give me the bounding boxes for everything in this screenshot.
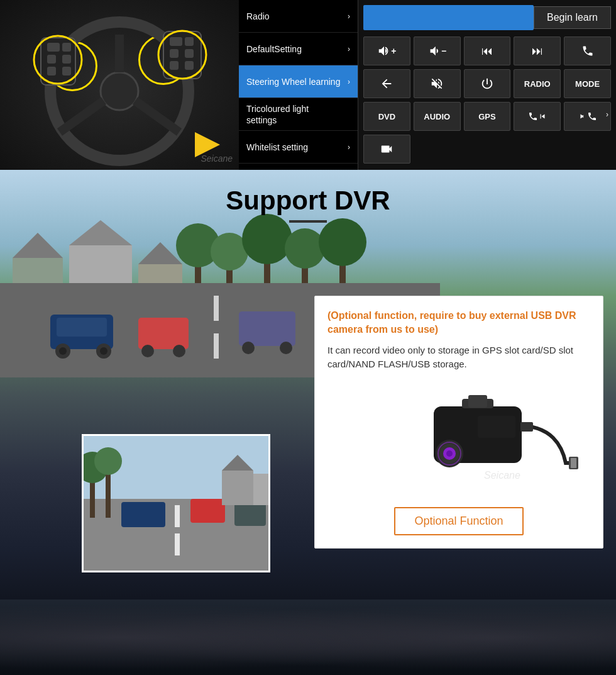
svg-marker-26 (138, 242, 182, 264)
svg-rect-66 (222, 471, 253, 505)
power-button[interactable] (464, 69, 511, 98)
steering-wheel-section: Seicane Radio › DefaultSetting › Steerin… (0, 0, 616, 170)
svg-point-34 (285, 228, 325, 269)
svg-rect-64 (190, 499, 225, 523)
svg-rect-12 (62, 67, 71, 75)
svg-rect-7 (47, 43, 60, 52)
gps-button[interactable]: GPS (464, 102, 511, 131)
svg-point-36 (319, 218, 366, 266)
volume-up-button[interactable]: + (363, 36, 410, 65)
menu-item-radio[interactable]: Radio › (239, 0, 358, 33)
svg-rect-11 (47, 67, 56, 75)
svg-rect-68 (253, 474, 270, 505)
svg-marker-24 (69, 220, 132, 245)
phone-prev-button[interactable] (514, 102, 561, 131)
begin-learn-button[interactable]: Begin learn (534, 6, 611, 29)
dvr-section: Support DVR (0, 170, 616, 675)
controls-row-2: RADIO MODE (363, 69, 611, 98)
menu-list: Radio › DefaultSetting › Steering Wheel … (239, 0, 358, 170)
svg-text:Seicane: Seicane (484, 470, 520, 481)
audio-button[interactable]: AUDIO (414, 102, 461, 131)
dvr-preview-image (82, 434, 270, 572)
svg-line-4 (135, 101, 179, 132)
svg-point-51 (280, 342, 292, 354)
svg-rect-9 (47, 55, 56, 64)
chevron-icon: › (606, 110, 608, 119)
svg-rect-65 (234, 502, 266, 526)
steering-wheel-image: Seicane (0, 0, 239, 170)
controls-row-4 (363, 135, 611, 164)
svg-point-60 (94, 447, 122, 475)
optional-notice: (Optional function, require to buy exter… (327, 309, 590, 337)
svg-rect-10 (62, 55, 71, 64)
right-panel: Radio › DefaultSetting › Steering Wheel … (239, 0, 616, 170)
svg-line-3 (60, 101, 104, 132)
svg-rect-14 (185, 37, 194, 46)
svg-point-45 (100, 347, 107, 355)
svg-rect-6 (163, 31, 201, 79)
radio-text-button[interactable]: RADIO (514, 69, 561, 98)
svg-rect-49 (239, 311, 295, 346)
svg-point-50 (242, 342, 255, 354)
dvr-description: It can record video only to storage in G… (327, 343, 590, 372)
svg-rect-38 (214, 296, 219, 321)
svg-point-32 (242, 214, 292, 264)
prev-track-button[interactable]: ⏮ (464, 36, 511, 65)
svg-rect-39 (214, 333, 219, 359)
svg-marker-22 (13, 233, 63, 258)
svg-rect-46 (138, 318, 189, 349)
info-card: (Optional function, require to buy exter… (314, 296, 603, 549)
svg-rect-80 (478, 416, 515, 438)
controls-panel: Begin learn + − ⏮ ⏭ (358, 0, 616, 170)
controls-row-1: + − ⏮ ⏭ (363, 36, 611, 65)
svg-point-43 (59, 347, 67, 355)
chevron-icon: › (348, 77, 350, 86)
chevron-icon: › (348, 143, 350, 152)
dvr-device-image: Seicane (327, 384, 590, 498)
phone-button[interactable] (564, 36, 611, 65)
svg-rect-63 (121, 502, 165, 527)
svg-point-47 (141, 345, 154, 357)
svg-rect-18 (185, 61, 194, 70)
optional-function-button[interactable]: Optional Function (394, 507, 523, 535)
svg-point-48 (173, 345, 185, 357)
controls-top-bar: Begin learn (363, 5, 611, 30)
dashboard (0, 600, 616, 675)
volume-down-button[interactable]: − (414, 36, 461, 65)
next-track-button[interactable]: ⏭ (514, 36, 561, 65)
controls-row-3: DVD AUDIO GPS (363, 102, 611, 131)
dvr-title-underline (289, 220, 327, 223)
svg-rect-78 (468, 395, 487, 408)
svg-rect-41 (57, 318, 107, 337)
chevron-icon: › (348, 12, 350, 21)
mode-button[interactable]: MODE (564, 69, 611, 98)
camera-button[interactable] (363, 135, 410, 164)
svg-rect-62 (175, 533, 180, 555)
chevron-icon: › (348, 45, 350, 53)
svg-rect-8 (62, 43, 71, 52)
back-button[interactable] (363, 69, 410, 98)
svg-point-75 (446, 450, 453, 457)
dvd-button[interactable]: DVD (363, 102, 410, 131)
svg-point-1 (101, 72, 138, 110)
dvr-title: Support DVR (213, 182, 402, 219)
svg-rect-17 (170, 61, 179, 70)
svg-rect-61 (175, 505, 180, 527)
svg-rect-16 (185, 49, 194, 58)
phone-next-button[interactable] (564, 102, 611, 131)
svg-rect-13 (170, 37, 182, 46)
menu-item-steering-wheel[interactable]: Steering Wheel learning › (239, 65, 358, 98)
svg-rect-15 (170, 49, 179, 58)
svg-rect-79 (520, 422, 533, 432)
mute-button[interactable] (414, 69, 461, 98)
svg-rect-70 (571, 458, 576, 468)
watermark-left: Seicane (201, 153, 233, 164)
menu-item-default-setting[interactable]: DefaultSetting › (239, 33, 358, 65)
menu-item-tricoloured[interactable]: Tricoloured light settings › (239, 98, 358, 131)
menu-item-whitelist[interactable]: Whitelist setting › (239, 131, 358, 164)
